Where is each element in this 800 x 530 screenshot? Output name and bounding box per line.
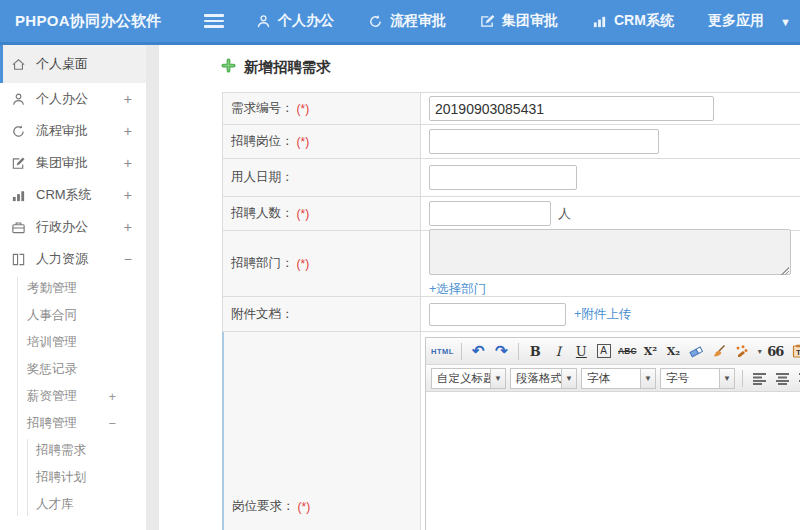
sidebar-item-personal-office[interactable]: 个人办公 + <box>0 83 146 115</box>
sidebar-item-label: 考勤管理 <box>27 280 77 297</box>
nav-label: CRM系统 <box>614 12 674 30</box>
sidebar-item-training[interactable]: 培训管理 <box>0 329 146 356</box>
sidebar-item-crm-system[interactable]: CRM系统 + <box>0 179 146 211</box>
sidebar-item-recruit-demand[interactable]: 招聘需求 <box>0 437 146 464</box>
expand-toggle[interactable]: + <box>124 219 132 235</box>
app-window: PHPOA协同办公软件 个人办公 流程审批 集团审批 <box>0 0 800 530</box>
align-right-icon[interactable] <box>796 369 800 388</box>
sidebar-item-label: 个人办公 <box>36 90 88 108</box>
sidebar-item-salary[interactable]: 薪资管理 + <box>0 383 146 410</box>
format-painter-icon[interactable] <box>733 342 752 361</box>
caret-down-icon[interactable]: ▼ <box>780 14 791 28</box>
expand-toggle[interactable]: + <box>108 389 132 404</box>
nav-more-apps[interactable]: 更多应用 <box>708 12 764 30</box>
sidebar-item-personal-desktop[interactable]: 个人桌面 <box>0 45 146 83</box>
eraser-icon[interactable] <box>687 342 706 361</box>
headcount-input[interactable] <box>429 201 551 226</box>
sidebar-item-label: 流程审批 <box>36 122 88 140</box>
field-value: +选择部门 <box>421 231 800 296</box>
expand-toggle[interactable]: + <box>124 91 132 107</box>
toolbar-separator <box>518 343 519 360</box>
nav-crm-system[interactable]: CRM系统 <box>592 12 674 30</box>
sidebar-item-human-resources[interactable]: 人力资源 − <box>0 243 146 275</box>
italic-button[interactable]: I <box>549 342 568 361</box>
caret-down-icon: ▼ <box>719 369 734 388</box>
plus-icon <box>221 58 236 77</box>
sidebar-item-label: 人事合同 <box>27 307 77 324</box>
recruit-demand-form: 需求编号： (*) 招聘岗位： (*) 用人 <box>222 92 800 530</box>
sidebar-item-recruitment[interactable]: 招聘管理 − <box>0 410 146 437</box>
font-family-select[interactable]: 字体 ▼ <box>581 368 656 389</box>
sidebar-item-workflow-approval[interactable]: 流程审批 + <box>0 115 146 147</box>
sidebar-item-label: 招聘计划 <box>36 469 86 486</box>
field-label: 附件文档： <box>223 297 421 331</box>
field-label: 岗位要求： (*) <box>224 332 421 530</box>
font-style-button[interactable]: A <box>597 344 611 358</box>
department-textarea[interactable] <box>429 229 791 275</box>
sidebar-item-label: 培训管理 <box>27 334 77 351</box>
field-value: +附件上传 <box>421 297 800 331</box>
heading-select[interactable]: 自定义标题 ▼ <box>431 368 506 389</box>
sidebar-item-label: 招聘管理 <box>27 415 77 432</box>
svg-text:T: T <box>796 348 800 357</box>
underline-button[interactable]: U <box>572 342 591 361</box>
bold-button[interactable]: B <box>526 342 545 361</box>
expand-toggle[interactable]: + <box>124 187 132 203</box>
sidebar-item-talent-pool[interactable]: 人才库 <box>0 491 146 518</box>
broom-icon[interactable] <box>710 342 729 361</box>
attachment-input[interactable] <box>429 303 566 326</box>
expand-toggle[interactable]: − <box>108 416 132 431</box>
nav-personal-office[interactable]: 个人办公 <box>256 12 334 30</box>
nav-group-approval[interactable]: 集团审批 <box>480 12 558 30</box>
sidebar-item-label: 奖惩记录 <box>27 361 77 378</box>
hr-icon <box>10 252 27 267</box>
paste-icon[interactable]: T <box>789 342 800 361</box>
undo-icon[interactable]: ↶ <box>469 342 488 361</box>
editor-content-area[interactable] <box>426 392 800 530</box>
position-input[interactable] <box>429 129 659 154</box>
font-size-select[interactable]: 字号 ▼ <box>660 368 735 389</box>
align-center-icon[interactable] <box>773 369 792 388</box>
edit-icon <box>10 156 27 171</box>
attachment-upload-link[interactable]: +附件上传 <box>574 306 631 323</box>
quote-icon[interactable]: 66 <box>766 342 785 361</box>
chart-icon <box>10 188 27 203</box>
caret-down-icon: ▼ <box>490 369 505 388</box>
caret-down-icon: ▼ <box>561 369 576 388</box>
sidebar-item-recruit-plan[interactable]: 招聘计划 <box>0 464 146 491</box>
chart-icon <box>592 14 607 29</box>
demand-number-input[interactable] <box>429 96 714 121</box>
form-row: 招聘部门： (*) +选择部门 <box>222 231 800 297</box>
html-source-button[interactable]: HTML <box>431 342 454 361</box>
expand-toggle[interactable]: + <box>124 123 132 139</box>
sidebar-item-admin-office[interactable]: 行政办公 + <box>0 211 146 243</box>
nav-workflow-approval[interactable]: 流程审批 <box>368 12 446 30</box>
sidebar-item-rewards[interactable]: 奖惩记录 <box>0 356 146 383</box>
subscript-button[interactable]: X₂ <box>664 342 683 361</box>
sidebar-item-attendance[interactable]: 考勤管理 <box>0 275 146 302</box>
rich-text-editor: HTML ↶ ↷ B I U A ABC X² X₂ <box>425 337 800 530</box>
toolbar-separator <box>461 343 462 360</box>
hamburger-menu-icon[interactable] <box>204 14 224 28</box>
redo-icon[interactable]: ↷ <box>492 342 511 361</box>
date-input[interactable] <box>429 165 577 190</box>
page-title-text: 新增招聘需求 <box>244 58 331 77</box>
form-row: 需求编号： (*) <box>222 92 800 125</box>
superscript-button[interactable]: X² <box>641 342 660 361</box>
caret-down-icon[interactable]: ▾ <box>758 347 762 356</box>
expand-toggle[interactable]: + <box>124 155 132 171</box>
editor-toolbar-row1: HTML ↶ ↷ B I U A ABC X² X₂ <box>426 338 800 365</box>
sidebar-item-label: 薪资管理 <box>27 388 77 405</box>
sidebar-item-group-approval[interactable]: 集团审批 + <box>0 147 146 179</box>
paragraph-format-select[interactable]: 段落格式 ▼ <box>510 368 577 389</box>
sidebar-item-hr-contract[interactable]: 人事合同 <box>0 302 146 329</box>
resize-handle-icon[interactable] <box>780 266 789 275</box>
user-icon <box>256 14 271 29</box>
field-value <box>421 159 800 196</box>
strikethrough-button[interactable]: ABC <box>618 342 637 361</box>
align-left-icon[interactable] <box>750 369 769 388</box>
select-department-link[interactable]: +选择部门 <box>429 281 486 298</box>
expand-toggle[interactable]: − <box>124 251 132 267</box>
sidebar-item-label: 集团审批 <box>36 154 88 172</box>
sidebar-item-label: 行政办公 <box>36 218 88 236</box>
